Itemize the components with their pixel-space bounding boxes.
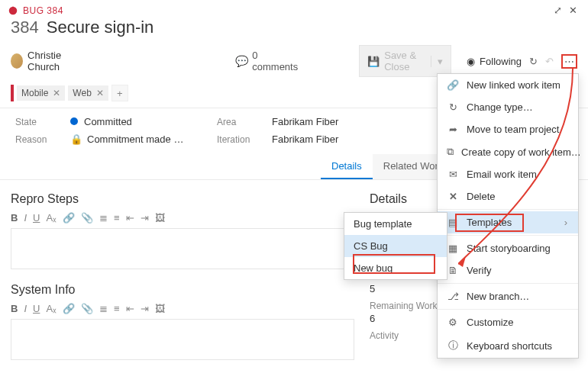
outdent-button[interactable]: ⇤	[126, 212, 134, 224]
branch-icon: ⎇	[447, 291, 459, 302]
move-icon: ➦	[447, 124, 459, 135]
copy-icon: ⧉	[447, 146, 454, 158]
underline-button[interactable]: U	[33, 303, 40, 314]
area-label: Area	[217, 117, 263, 127]
storyboard-icon: ▦	[447, 243, 459, 254]
tag-web[interactable]: Web✕	[68, 85, 108, 101]
font-button[interactable]: Aᵪ	[46, 212, 57, 224]
tag-remove-icon[interactable]: ✕	[96, 88, 104, 98]
bug-icon	[8, 5, 18, 16]
reason-label: Reason	[15, 134, 61, 145]
menu-delete[interactable]: ✕Delete	[438, 185, 578, 207]
menu-start-storyboarding[interactable]: ▦Start storyboarding	[438, 237, 578, 259]
refresh-icon[interactable]: ↻	[529, 56, 538, 67]
mail-icon: ✉	[447, 169, 459, 180]
image-button[interactable]: 🖼	[155, 212, 165, 224]
comment-icon: 💬	[235, 55, 248, 67]
area-value[interactable]: Fabrikam Fiber	[272, 116, 394, 127]
svg-rect-1	[12, 6, 14, 8]
system-info-editor[interactable]	[11, 319, 354, 360]
template-icon: ▤	[447, 217, 459, 228]
assignee-name[interactable]: Christie Church	[27, 50, 82, 72]
menu-new-linked-work-item[interactable]: 🔗New linked work item	[438, 74, 578, 96]
following-toggle[interactable]: ◉ Following	[467, 56, 522, 67]
menu-verify[interactable]: 🗎Verify	[438, 259, 578, 281]
templates-submenu: Bug template CS Bug New bug	[344, 212, 447, 280]
delete-icon: ✕	[447, 191, 459, 202]
italic-button[interactable]: I	[24, 212, 27, 224]
image-button[interactable]: 🖼	[155, 303, 165, 314]
repro-steps-heading: Repro Steps	[11, 192, 354, 206]
indent-button[interactable]: ⇥	[141, 212, 149, 224]
menu-move-to-team-project[interactable]: ➦Move to team project	[438, 118, 578, 140]
iteration-value[interactable]: Fabrikam Fiber	[272, 133, 394, 145]
avatar[interactable]	[11, 53, 23, 69]
info-icon: ⓘ	[447, 339, 459, 352]
more-actions-menu: 🔗New linked work item ↻Change type… ➦Mov…	[437, 73, 579, 359]
bold-button[interactable]: B	[11, 212, 18, 224]
tag-remove-icon[interactable]: ✕	[53, 88, 60, 98]
work-item-number: 384	[11, 18, 39, 37]
bold-button[interactable]: B	[11, 303, 18, 314]
comments-count: 0 comments	[252, 50, 298, 72]
add-tag-button[interactable]: +	[111, 85, 128, 101]
undo-icon[interactable]: ↶	[545, 56, 554, 67]
customize-icon: ⚙	[447, 317, 459, 328]
bullet-list-button[interactable]: ≣	[99, 212, 108, 224]
menu-keyboard-shortcuts[interactable]: ⓘKeyboard shortcuts	[438, 333, 578, 358]
attach-button[interactable]: 📎	[81, 303, 93, 314]
submenu-bug-template[interactable]: Bug template	[344, 213, 447, 235]
menu-new-branch[interactable]: ⎇New branch…	[438, 285, 578, 307]
bug-id-label: BUG 384	[23, 5, 63, 16]
change-icon: ↻	[447, 101, 459, 113]
submenu-cs-bug[interactable]: CS Bug	[344, 235, 447, 257]
chevron-right-icon: ›	[564, 217, 567, 228]
more-actions-button[interactable]: ⋯	[561, 54, 577, 69]
tag-mobile[interactable]: Mobile✕	[17, 85, 65, 101]
menu-customize[interactable]: ⚙Customize	[438, 311, 578, 333]
attach-button[interactable]: 📎	[81, 212, 93, 224]
number-list-button[interactable]: ≡	[114, 212, 120, 224]
eye-icon: ◉	[467, 56, 475, 67]
menu-create-copy[interactable]: ⧉Create copy of work item…	[438, 140, 578, 163]
state-dot-icon	[70, 117, 78, 125]
reason-value[interactable]: 🔒Commitment made …	[70, 133, 208, 145]
outdent-button[interactable]: ⇤	[126, 303, 134, 314]
underline-button[interactable]: U	[33, 212, 40, 224]
link-icon: 🔗	[447, 79, 459, 91]
font-button[interactable]: Aᵪ	[46, 303, 57, 314]
comments-indicator[interactable]: 💬 0 comments	[235, 50, 298, 72]
link-button[interactable]: 🔗	[63, 212, 75, 224]
repro-steps-editor[interactable]	[11, 228, 354, 269]
number-list-button[interactable]: ≡	[114, 303, 120, 314]
state-value[interactable]: Committed	[70, 116, 208, 127]
state-label: State	[15, 117, 61, 127]
link-button[interactable]: 🔗	[63, 303, 75, 314]
bullet-list-button[interactable]: ≣	[99, 303, 108, 314]
work-item-title[interactable]: Secure sign-in	[47, 18, 154, 37]
menu-email-work-item[interactable]: ✉Email work item	[438, 163, 578, 185]
save-icon: 💾	[367, 56, 380, 67]
menu-change-type[interactable]: ↻Change type…	[438, 96, 578, 118]
repro-toolbar: B I U Aᵪ 🔗 📎 ≣ ≡ ⇤ ⇥ 🖼	[11, 211, 354, 228]
save-and-close-button[interactable]: 💾 Save & Close ▾	[359, 45, 451, 77]
indent-button[interactable]: ⇥	[141, 303, 149, 314]
expand-icon[interactable]: ⤢	[550, 5, 565, 16]
lock-icon: 🔒	[70, 133, 82, 145]
verify-icon: 🗎	[447, 265, 459, 276]
italic-button[interactable]: I	[24, 303, 27, 314]
system-info-heading: System Info	[11, 283, 354, 297]
tag-accent-bar	[11, 85, 14, 101]
tab-details[interactable]: Details	[321, 154, 373, 179]
submenu-new-bug[interactable]: New bug	[344, 257, 447, 279]
close-icon[interactable]: ✕	[565, 5, 580, 16]
menu-templates[interactable]: ▤Templates›	[438, 211, 578, 233]
iteration-label: Iteration	[217, 134, 263, 145]
sysinfo-toolbar: B I U Aᵪ 🔗 📎 ≣ ≡ ⇤ ⇥ 🖼	[11, 301, 354, 319]
chevron-down-icon: ▾	[431, 56, 443, 67]
